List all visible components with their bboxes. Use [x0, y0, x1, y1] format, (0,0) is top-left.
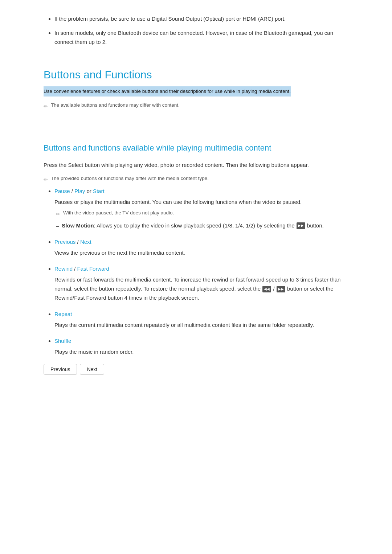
or-text: or: [86, 188, 93, 194]
link-fastforward[interactable]: Fast Forward: [77, 266, 109, 272]
feature-label-5: Shuffle: [54, 337, 348, 345]
main-note-row: ✏ The available buttons and functions ma…: [44, 102, 348, 110]
feature-item-prev-next: Previous / Next Views the previous or th…: [54, 238, 348, 258]
link-rewind[interactable]: Rewind: [54, 266, 73, 272]
main-heading: Buttons and Functions: [44, 66, 348, 83]
feature-item-shuffle: Shuffle Plays the music in random order.: [54, 337, 348, 357]
feature-list: Pause / Play or Start Pauses or plays th…: [44, 187, 348, 357]
link-shuffle[interactable]: Shuffle: [54, 338, 71, 344]
feature-item-rewind-ff: Rewind / Fast Forward Rewinds or fast fo…: [54, 264, 348, 302]
pencil-icon-pause: ✏: [56, 210, 60, 218]
link-repeat[interactable]: Repeat: [54, 311, 72, 317]
sub-note-row: ✏ The provided buttons or functions may …: [44, 175, 348, 184]
spacer-1: [44, 52, 348, 66]
sep-3: /: [74, 266, 77, 272]
pause-sub-note-row: ✏ With the video paused, the TV does not…: [56, 209, 348, 218]
feature-item-repeat: Repeat Plays the current multimedia cont…: [54, 310, 348, 330]
highlight-text: Use convenience features or check availa…: [44, 89, 291, 94]
pencil-icon-sub: ✏: [44, 176, 48, 184]
link-start[interactable]: Start: [93, 188, 105, 194]
pause-sub-note-text: With the video paused, the TV does not p…: [63, 209, 174, 217]
sub-note-text: The provided buttons or functions may di…: [51, 175, 209, 182]
link-previous[interactable]: Previous: [54, 239, 75, 245]
sep-2: /: [77, 239, 80, 245]
spacer-2: [44, 113, 348, 128]
fast-forward-icon-1: ▶▶: [297, 222, 305, 229]
feature-label-4: Repeat: [54, 310, 348, 319]
fast-forward-icon-2: ▶▶: [277, 286, 285, 293]
rewind-icon: ◀◀: [262, 286, 271, 293]
feature-desc-2: Views the previous or the next the multi…: [54, 249, 348, 258]
slow-motion-after: button.: [307, 222, 324, 229]
highlight-bar: Use convenience features or check availa…: [44, 86, 291, 97]
intro-bullet-list: If the problem persists, be sure to use …: [44, 15, 348, 46]
feature-label-1: Pause / Play or Start: [54, 187, 348, 196]
feature-desc-4: Plays the current multimedia content rep…: [54, 321, 348, 330]
link-next[interactable]: Next: [80, 239, 91, 245]
intro-bullets: If the problem persists, be sure to use …: [44, 15, 348, 46]
sep-1: /: [72, 188, 74, 194]
feature-item-pause-play-start: Pause / Play or Start Pauses or plays th…: [54, 187, 348, 230]
nav-row: Previous Next: [44, 364, 348, 375]
feature-desc-5: Plays the music in random order.: [54, 348, 348, 357]
previous-button[interactable]: Previous: [44, 364, 77, 375]
feature-desc-3: Rewinds or fast forwards the multimedia …: [54, 275, 348, 302]
dash-symbol-1: –: [56, 222, 59, 230]
pencil-icon-main: ✏: [44, 102, 48, 110]
main-note-text: The available buttons and functions may …: [51, 102, 180, 109]
intro-bullet-2: In some models, only one Bluetooth devic…: [54, 29, 348, 47]
next-button[interactable]: Next: [80, 364, 104, 375]
feature-label-2: Previous / Next: [54, 238, 348, 246]
rewind-between: /: [273, 286, 276, 292]
slow-motion-item: – Slow Motion: Allows you to play the vi…: [56, 221, 348, 230]
slow-motion-text: Slow Motion: Allows you to play the vide…: [62, 221, 323, 230]
link-play[interactable]: Play: [74, 188, 85, 194]
body-text: Press the Select button while playing an…: [44, 161, 348, 170]
slow-motion-desc: : Allows you to play the video in slow p…: [94, 222, 295, 229]
link-pause[interactable]: Pause: [54, 188, 70, 194]
page-container: If the problem persists, be sure to use …: [22, 0, 370, 404]
sub-heading: Buttons and functions available while pl…: [44, 141, 348, 154]
intro-bullet-1: If the problem persists, be sure to use …: [54, 15, 348, 24]
slow-motion-bold: Slow Motion: [62, 222, 94, 229]
feature-desc-1: Pauses or plays the multimedia content. …: [54, 198, 348, 207]
feature-label-3: Rewind / Fast Forward: [54, 264, 348, 273]
